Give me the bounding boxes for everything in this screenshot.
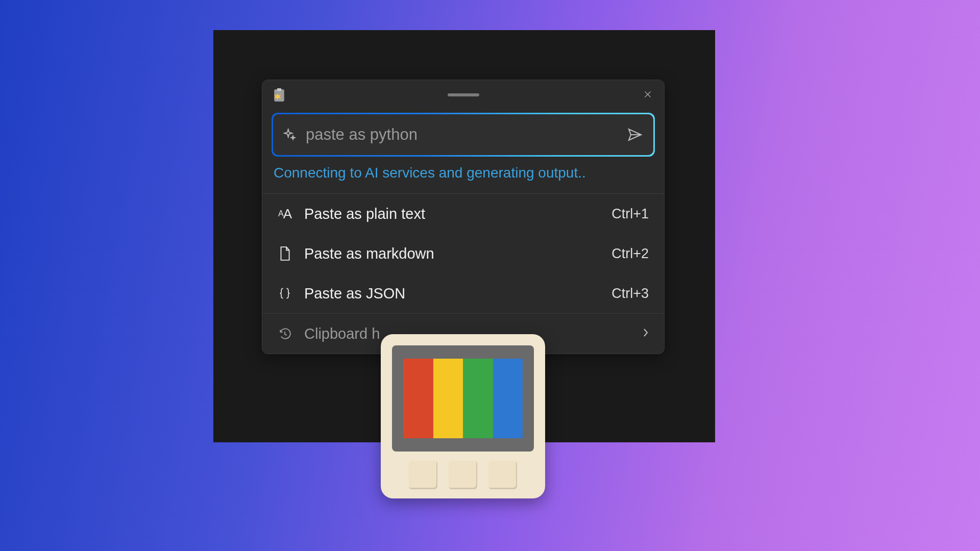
window-drag-handle[interactable] bbox=[448, 93, 479, 96]
option-label: Paste as JSON bbox=[304, 285, 611, 302]
option-paste-plain-text[interactable]: AA Paste as plain text Ctrl+1 bbox=[262, 194, 664, 234]
sparkle-icon bbox=[282, 128, 297, 142]
history-icon bbox=[277, 325, 293, 342]
prompt-input-container bbox=[272, 113, 655, 157]
close-button[interactable] bbox=[641, 87, 655, 102]
status-text: Connecting to AI services and generating… bbox=[274, 165, 653, 181]
option-paste-markdown[interactable]: Paste as markdown Ctrl+2 bbox=[262, 234, 664, 273]
app-icon-keys bbox=[392, 461, 534, 489]
app-icon-screen bbox=[392, 345, 534, 452]
file-icon bbox=[277, 245, 293, 262]
option-label: Paste as markdown bbox=[304, 245, 611, 262]
option-paste-json[interactable]: Paste as JSON Ctrl+3 bbox=[262, 273, 664, 313]
paste-popup: Connecting to AI services and generating… bbox=[262, 80, 665, 354]
svg-rect-1 bbox=[277, 88, 282, 91]
option-shortcut: Ctrl+3 bbox=[611, 286, 649, 302]
option-shortcut: Ctrl+1 bbox=[611, 206, 649, 222]
powertoys-app-icon bbox=[381, 334, 545, 498]
chevron-right-icon bbox=[643, 327, 649, 341]
option-shortcut: Ctrl+2 bbox=[611, 246, 649, 262]
send-button[interactable] bbox=[626, 126, 644, 144]
prompt-input-inner bbox=[273, 114, 653, 155]
option-label: Paste as plain text bbox=[304, 206, 611, 222]
clipboard-sparkle-icon bbox=[273, 88, 286, 103]
close-icon bbox=[644, 89, 652, 99]
prompt-input[interactable] bbox=[305, 125, 626, 144]
text-size-icon: AA bbox=[277, 206, 293, 222]
braces-icon bbox=[277, 285, 293, 302]
send-icon bbox=[627, 127, 643, 143]
titlebar[interactable] bbox=[262, 80, 664, 110]
